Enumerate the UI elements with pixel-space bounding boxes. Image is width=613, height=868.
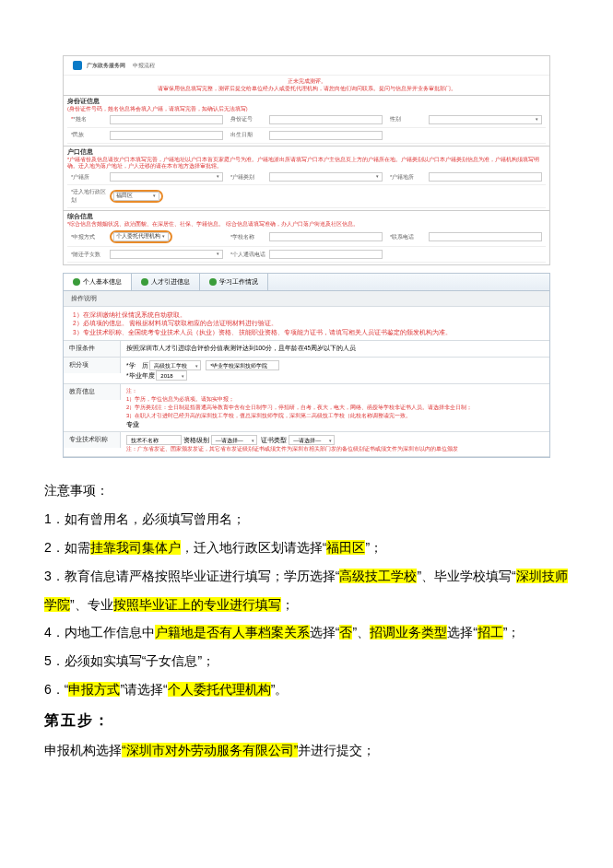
tab-talent-label: 人才引进信息 [151,277,190,287]
select-biyend[interactable]: 2018 [156,370,186,381]
select-xueli[interactable]: 高级技工学校 [149,360,201,370]
section-hukou-title: 户口信息 [67,148,93,155]
op-instructions: 1）在深圳缴纳社保情况系统自动获取。 2）必填项的信息。 需根据材料填写获取相应… [64,307,549,340]
hl-collective: 挂靠我司集体户 [90,540,181,555]
score-controls: *学 历 高级技工学校 *毕业学校深圳技师学院 *毕业年度 2018 [121,358,549,383]
select-zgjb[interactable]: —请选择— [211,435,257,445]
row-condition: 申报条件 按照深圳市人才引进综合评价分值表测评达到100分，且年龄在45周岁以下… [64,341,549,358]
row-score: 积分项 *学 历 高级技工学校 *毕业学校深圳技师学院 *毕业年度 2018 [64,358,549,384]
check-icon [73,278,80,286]
note-5: 5．必须如实填写“子女信息”； [44,647,569,675]
hl-tech-school: 高级技工学校 [339,569,417,583]
input-birth[interactable] [269,131,383,140]
section-combo-title: 综合信息 [67,213,93,219]
banner-line-2: 请审保用信息填写完整，测评后提交给单位经办人或委托代理机构，请您向他们询问联系。… [67,85,546,92]
hl-biztype: 招调业务类型 [370,625,447,639]
note-3: 3．教育信息请严格按照毕业证进行填写；学历选择“高级技工学校”、毕业学校填写“深… [44,562,569,619]
hl-agency: 个人委托代理机构 [168,682,271,697]
gov-form-screenshot: 广东政务服务网 申报流程 正未完成测评。 请审保用信息填写完整，测评后提交给单位… [63,55,550,265]
input-huji2[interactable] [429,172,542,182]
select-sex[interactable] [429,115,542,124]
edu-note-1: 1）学历，学位信息为必填项。请如实申报； [126,395,544,404]
tab-study[interactable]: 学习工作情况 [200,274,268,290]
label-eduinfo: 教育信息 [64,384,121,400]
select-huji[interactable] [110,172,223,182]
tab-bar: 个人基本信息 人才引进信息 学习工作情况 [64,274,549,291]
gov-header: 广东政务服务网 申报流程 [64,56,549,76]
label-huji: *户籍所 [71,173,110,182]
label-school: *学校名称 [230,233,269,241]
label-phone: *联系电话 [390,233,429,241]
input-phone[interactable] [429,232,542,241]
label-zy: 专业技术职称 [64,432,121,448]
value-condition: 按照深圳市人才引进综合评价分值表测评达到100分，且年龄在45周岁以下的人员 [121,341,549,356]
input-bixy[interactable]: *毕业学校深圳技师学院 [206,360,279,370]
label-profession: 专业 [126,420,544,429]
label-name: **姓名 [71,115,110,123]
label-nation: *民族 [71,131,110,139]
label-xueli: *学 历 [126,362,148,369]
label-sex: 性别 [390,115,429,123]
label-idcard: 身份证号 [230,115,269,123]
note-2: 2．如需挂靠我司集体户，迁入地行政区划请选择“福田区”； [44,534,569,562]
tab-study-label: 学习工作情况 [219,277,258,287]
section-id-note: (身份证件号码，姓名信息将会填入户籍，请填写完善，如确认后无法填写) [67,106,546,112]
input-idcard[interactable] [269,115,383,124]
select-huji-type[interactable] [269,172,383,182]
section-id-title: 身份证信息 [67,98,100,104]
hl-zhaogong: 招工 [477,625,503,639]
label-move-area: *迁入地行政区划 [71,188,110,205]
select-sx[interactable] [110,250,223,259]
edu-note-h: 注： [126,387,544,395]
talent-form-screenshot: 个人基本信息 人才引进信息 学习工作情况 操作说明 1）在深圳缴纳社保情况系统自… [63,273,550,458]
zy-note: 注：广东省发证、国家颁发发证，其它省市发证级别证书或须文件为深圳市相关部门发的备… [126,445,544,453]
label-sbfs: *申报方式 [71,233,110,241]
hl-company: “深圳市对外劳动服务有限公司” [122,743,298,757]
gov-site-name: 广东政务服务网 [87,62,125,70]
highlight-circle-movearea: 福田区 [110,190,163,203]
edu-note-3: 3）在职人才引进时已经升高的深圳技工学校，值总深圳技师学院，深圳第二高级技工学校… [126,412,544,420]
hl-major: 按照毕业证上的专业进行填写 [113,597,281,612]
check-icon [141,278,148,286]
select-zslx[interactable]: —请选择— [289,435,335,445]
tab-basic-label: 个人基本信息 [83,277,122,287]
hl-archive: 户籍地是否有人事档案关系 [155,625,310,639]
document-body: 注意事项： 1．如有曾用名，必须填写曾用名； 2．如需挂靠我司集体户，迁入地行政… [7,476,606,764]
label-huji2: *户籍地所 [390,173,429,182]
select-move-area[interactable]: 福田区 [113,192,159,201]
check-icon [209,278,217,286]
hl-futian: 福田区 [326,540,365,555]
note-6: 6．“申报方式”请选择“个人委托代理机构”。 [44,675,569,704]
step-5-body: 申报机构选择“深圳市对外劳动服务有限公司”并进行提交； [44,736,569,765]
gov-logo-icon [73,61,82,70]
edu-notes: 注： 1）学历，学位信息为必填项。请如实申报； 2）学历类别注：全日制是指普通高… [121,384,549,432]
input-nation[interactable] [110,131,223,140]
instr-1: 1）在深圳缴纳社保情况系统自动获取。 [73,311,540,319]
select-sbfs[interactable]: 个人委托代理机构 [113,232,169,241]
input-sx2[interactable] [269,250,383,259]
zy-controls: 技术不名称 资格级别 —请选择— 证书类型 —请选择— 注：广东省发证、国家颁发… [121,432,549,456]
hl-sbfs: 申报方式 [68,682,120,697]
label-score: 积分项 [64,358,121,373]
label-sx2: *个人通讯电话 [230,251,269,259]
label-zgjb: 资格级别 [183,437,209,443]
note-4: 4．内地工作信息中户籍地是否有人事档案关系选择“否”、招调业务类型选择“招工”； [44,618,569,647]
tab-talent[interactable]: 人才引进信息 [132,274,200,290]
label-huji-type: *户籍类别 [230,173,269,182]
tab-basic[interactable]: 个人基本信息 [64,274,132,290]
input-zy[interactable]: 技术不名称 [126,435,182,445]
gov-breadcrumb: 申报流程 [133,62,155,70]
hl-no: 否 [339,625,352,639]
note-1: 1．如有曾用名，必须填写曾用名； [44,505,569,534]
notes-heading: 注意事项： [44,476,569,505]
instr-2: 2）必填项的信息。 需根据材料填写获取相应的合法证明材料进行验证。 [73,319,540,327]
highlight-circle-sbfs: 个人委托代理机构 [110,230,172,243]
input-name[interactable] [110,115,223,124]
op-instructions-title: 操作说明 [64,291,549,307]
label-sx: *随迁子女数 [71,251,110,259]
instr-3: 3）专业技术职称、全国统考专业技术人员（执业）资格、 技能职业资格、专项能力证书… [73,328,540,336]
row-zy: 专业技术职称 技术不名称 资格级别 —请选择— 证书类型 —请选择— 注：广东省… [64,432,549,457]
section-combo: 综合信息 *综合信息含婚姻状况、政治面貌、在深居住、社保、学籍信息。 综合信息请… [64,210,549,264]
input-school[interactable] [269,232,383,241]
section-id: 身份证信息 (身份证件号码，姓名信息将会填入户籍，请填写完善，如确认后无法填写)… [64,95,549,146]
